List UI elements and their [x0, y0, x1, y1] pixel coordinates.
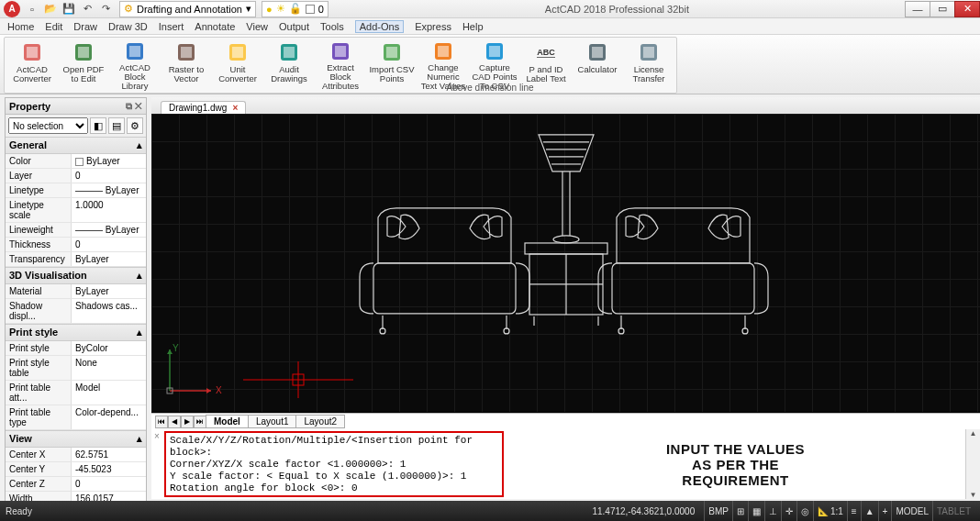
redo-icon[interactable]: ↷ [97, 2, 114, 17]
prop-row[interactable]: Thickness0 [6, 238, 146, 252]
next-tab-button[interactable]: ▶ [181, 416, 194, 428]
close-tab-icon[interactable]: × [232, 103, 238, 113]
command-close-icon[interactable]: × [151, 429, 162, 499]
prop-value[interactable]: Model [72, 381, 146, 405]
prop-value[interactable]: 0 [72, 238, 146, 251]
ribbon-icon [227, 41, 249, 63]
prop-section-view[interactable]: View▴ [6, 430, 146, 448]
menu-add-ons[interactable]: Add-Ons [355, 20, 404, 33]
menu-tools[interactable]: Tools [320, 21, 344, 32]
menu-edit[interactable]: Edit [45, 21, 62, 32]
undo-icon[interactable]: ↶ [79, 2, 95, 17]
menu-output[interactable]: Output [279, 21, 309, 32]
prop-value[interactable]: 1.0000 [72, 198, 146, 222]
menu-draw-3d[interactable]: Draw 3D [108, 21, 148, 32]
layer-selector[interactable]: ● ☀ 🔓 0 [262, 1, 329, 17]
prop-row[interactable]: Print table att...Model [6, 381, 146, 405]
status-lwt-icon[interactable]: ≡ [847, 501, 861, 521]
prop-row[interactable]: Center Z0 [6, 477, 146, 492]
prop-value[interactable]: None [72, 356, 146, 380]
prop-section-3d-visualisation[interactable]: 3D Visualisation▴ [6, 267, 146, 284]
prev-tab-button[interactable]: ◀ [168, 416, 181, 428]
prop-row[interactable]: Print table typeColor-depend... [6, 405, 146, 430]
status-snap-icon[interactable]: ⊞ [732, 501, 748, 521]
minimize-button[interactable]: — [905, 1, 930, 17]
menu-help[interactable]: Help [462, 21, 484, 32]
last-tab-button[interactable]: ⏭ [194, 416, 206, 428]
prop-key: Linetype [6, 183, 72, 197]
status-polar-icon[interactable]: ✛ [781, 501, 796, 521]
prop-row[interactable]: ColorByLayer [6, 154, 146, 169]
open-icon[interactable]: 📂 [42, 2, 59, 17]
prop-value[interactable]: 62.5751 [72, 448, 146, 461]
close-button[interactable]: ✕ [954, 1, 980, 17]
lock-icon: 🔓 [289, 3, 302, 15]
status-model[interactable]: MODEL [891, 501, 932, 521]
prop-value[interactable]: 0 [72, 169, 146, 183]
command-box[interactable]: Scale/X/Y/Z/Rotation/Multiple/<Insertion… [164, 431, 504, 497]
prop-row[interactable]: Linetype scale1.0000 [6, 198, 146, 223]
menu-view[interactable]: View [246, 21, 268, 32]
layout-tab-layout2[interactable]: Layout2 [295, 415, 345, 428]
ribbon-caption: Above dimension line [0, 83, 980, 93]
menu-home[interactable]: Home [7, 21, 34, 32]
menu-draw[interactable]: Draw [73, 21, 97, 32]
svg-rect-34 [525, 242, 607, 253]
prop-value[interactable]: ——— ByLayer [72, 183, 146, 197]
status-ortho-icon[interactable]: ⊥ [764, 501, 781, 521]
prop-row[interactable]: Print styleByColor [6, 341, 146, 356]
workspace-selector[interactable]: ⚙ Drafting and Annotation ▾ [119, 1, 256, 17]
status-bmp[interactable]: BMP [704, 501, 732, 521]
prop-value[interactable]: Shadows cas... [72, 299, 146, 323]
status-osnap-icon[interactable]: ◎ [796, 501, 813, 521]
prop-tool-2[interactable]: ▤ [108, 117, 125, 134]
prop-row[interactable]: Shadow displ...Shadows cas... [6, 299, 146, 324]
prop-value[interactable]: Color-depend... [72, 405, 146, 429]
prop-row[interactable]: MaterialByLayer [6, 284, 146, 299]
status-a-icon[interactable]: ▲ [861, 501, 878, 521]
command-scrollbar[interactable]: ▲▼ [965, 429, 980, 499]
status-tablet[interactable]: TABLET [932, 501, 974, 521]
save-icon[interactable]: 💾 [61, 2, 77, 17]
status-ratio[interactable]: 📐1:1 [813, 501, 847, 521]
prop-value[interactable]: ByLayer [72, 154, 146, 168]
menu-annotate[interactable]: Annotate [195, 21, 235, 32]
model-canvas[interactable]: X Y [151, 114, 980, 412]
prop-value[interactable]: ——— ByLayer [72, 223, 146, 237]
prop-row[interactable]: Layer0 [6, 169, 146, 183]
new-icon[interactable]: ▫ [24, 2, 40, 17]
armchair-right-icon [598, 207, 768, 333]
layout-tab-model[interactable]: Model [206, 415, 249, 428]
prop-row[interactable]: Center Y-45.5023 [6, 462, 146, 477]
prop-row[interactable]: Center X62.5751 [6, 448, 146, 462]
prop-row[interactable]: TransparencyByLayer [6, 252, 146, 267]
prop-row[interactable]: Lineweight——— ByLayer [6, 223, 146, 238]
property-close-icon[interactable]: ⧉ ✕ [126, 101, 142, 112]
layout-tab-layout1[interactable]: Layout1 [248, 415, 297, 428]
prop-row[interactable]: Print style tableNone [6, 356, 146, 381]
ribbon-label: P and ID Label Text [521, 65, 571, 83]
command-line: Scale/X/Y/Z/Rotation/Multiple/<Insertion… [170, 435, 498, 459]
first-tab-button[interactable]: ⏮ [155, 416, 168, 428]
prop-value[interactable]: ByLayer [72, 252, 146, 266]
prop-value[interactable]: ByLayer [72, 284, 146, 298]
prop-tool-1[interactable]: ◧ [90, 117, 106, 134]
ribbon-icon: ABC [535, 41, 557, 63]
ribbon-icon [586, 41, 608, 63]
prop-row[interactable]: Linetype——— ByLayer [6, 183, 146, 198]
prop-section-general[interactable]: General▴ [6, 137, 146, 154]
command-line: Y scale factor: < Equal to X scale (1.00… [170, 471, 498, 482]
menu-insert[interactable]: Insert [159, 21, 184, 32]
prop-value[interactable]: -45.5023 [72, 462, 146, 476]
prop-value[interactable]: 0 [72, 477, 146, 491]
prop-value[interactable]: ByColor [72, 341, 146, 355]
status-add-icon[interactable]: + [878, 501, 892, 521]
prop-key: Shadow displ... [6, 299, 72, 323]
document-tab[interactable]: Drawing1.dwg × [161, 101, 246, 114]
selection-dropdown[interactable]: No selection [8, 117, 88, 134]
menu-express[interactable]: Express [415, 21, 451, 32]
prop-tool-3[interactable]: ⚙ [127, 117, 143, 134]
status-grid-icon[interactable]: ▦ [748, 501, 764, 521]
prop-section-print-style[interactable]: Print style▴ [6, 324, 146, 341]
maximize-button[interactable]: ▭ [930, 1, 955, 17]
